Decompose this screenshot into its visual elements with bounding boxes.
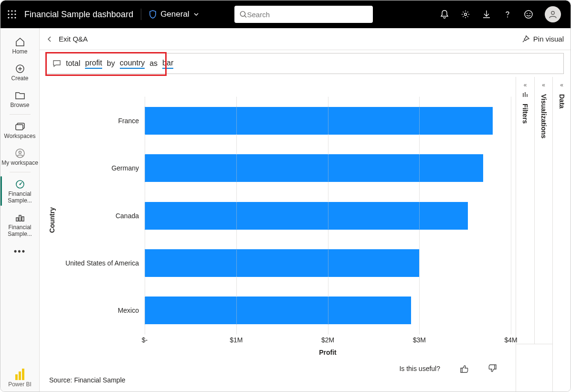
- x-tick-label: $2M: [321, 336, 334, 344]
- back-button[interactable]: [46, 36, 53, 42]
- nav-browse[interactable]: Browse: [0, 85, 39, 112]
- y-axis-label: Country: [48, 207, 56, 233]
- x-axis-label: Profit: [145, 347, 511, 357]
- settings-button[interactable]: [461, 10, 470, 19]
- svg-point-15: [529, 13, 530, 14]
- sensitivity-label: General: [160, 10, 189, 19]
- qna-token: total: [66, 59, 80, 68]
- feedback-button[interactable]: [524, 10, 533, 19]
- app-launcher-button[interactable]: [6, 9, 18, 20]
- global-search[interactable]: [234, 6, 373, 23]
- nav-financial-report[interactable]: Financial Sample...: [0, 208, 39, 241]
- chevron-collapse-icon: «: [560, 82, 563, 88]
- chevron-left-icon: [46, 36, 53, 42]
- visualizations-label: Visualizations: [540, 92, 548, 138]
- svg-rect-24: [16, 218, 18, 221]
- svg-rect-27: [523, 93, 524, 97]
- nav-item-label: Financial Sample...: [0, 191, 39, 204]
- home-icon: [15, 37, 25, 47]
- svg-point-16: [551, 11, 554, 14]
- left-nav: Home Create Browse Workspaces My workspa…: [0, 28, 40, 392]
- x-tick-label: $4M: [504, 336, 517, 344]
- person-icon: [548, 10, 558, 19]
- filter-mini-icon: [522, 92, 528, 98]
- svg-point-13: [525, 11, 532, 18]
- waffle-icon: [8, 10, 16, 19]
- category-label: France: [59, 97, 145, 144]
- svg-point-11: [465, 13, 467, 16]
- sensitivity-dropdown[interactable]: General: [149, 10, 199, 19]
- thumbs-down-button[interactable]: [488, 364, 497, 373]
- category-label: Canada: [59, 192, 145, 239]
- main-content: Exit Q&A Pin visual total profit by coun…: [40, 28, 571, 392]
- gridline: [419, 97, 420, 334]
- qna-token: bar: [162, 59, 173, 69]
- qna-input[interactable]: total profit by country as bar: [46, 53, 564, 74]
- search-input[interactable]: [247, 11, 368, 19]
- question-icon: [503, 10, 512, 19]
- bar[interactable]: [145, 249, 419, 277]
- qna-token: profit: [85, 59, 102, 69]
- bar[interactable]: [145, 107, 493, 135]
- category-label: Mexico: [59, 287, 145, 334]
- svg-point-23: [19, 184, 21, 185]
- nav-home[interactable]: Home: [0, 32, 39, 59]
- notifications-button[interactable]: [440, 10, 449, 19]
- nav-browse-label: Browse: [0, 102, 39, 108]
- x-tick-label: $-: [142, 336, 148, 344]
- svg-point-8: [14, 17, 16, 18]
- visual-canvas: Country FranceGermanyCanadaUnited States…: [40, 77, 516, 392]
- app-topbar: Financial Sample dashboard General: [0, 0, 571, 28]
- thumbs-up-icon: [459, 364, 469, 373]
- exit-qna-link[interactable]: Exit Q&A: [59, 35, 88, 43]
- nav-my-workspace[interactable]: My workspace: [0, 143, 39, 170]
- svg-point-0: [8, 10, 9, 11]
- shield-icon: [149, 10, 157, 19]
- dashboard-title: Financial Sample dashboard: [24, 10, 133, 20]
- svg-point-7: [11, 17, 12, 18]
- bar[interactable]: [145, 297, 411, 324]
- nav-financial-dashboard[interactable]: Financial Sample...: [0, 174, 39, 208]
- nav-home-label: Home: [0, 48, 39, 55]
- svg-point-2: [14, 10, 16, 11]
- qna-token: by: [107, 59, 115, 68]
- account-button[interactable]: [545, 6, 561, 22]
- svg-point-14: [527, 13, 528, 14]
- visualizations-pane[interactable]: « Visualizations: [534, 77, 552, 344]
- data-pane[interactable]: « Data: [552, 77, 571, 392]
- gridline: [145, 97, 145, 334]
- nav-more[interactable]: •••: [0, 241, 39, 261]
- bar[interactable]: [145, 154, 483, 182]
- help-button[interactable]: [503, 10, 512, 19]
- ellipsis-icon: •••: [0, 245, 39, 257]
- svg-point-12: [507, 17, 508, 18]
- annotation-highlight-box: [45, 52, 167, 76]
- qna-token: as: [149, 59, 158, 68]
- divider: [141, 9, 141, 20]
- powerbi-brand[interactable]: Power BI: [8, 368, 32, 388]
- download-icon: [482, 10, 491, 19]
- x-tick-label: $3M: [413, 336, 426, 344]
- svg-rect-29: [527, 94, 528, 97]
- nav-item-label: Financial Sample...: [0, 224, 39, 237]
- filters-pane[interactable]: « Filters: [516, 77, 534, 344]
- qna-token: country: [120, 59, 145, 69]
- pin-icon: [522, 35, 529, 43]
- gauge-icon: [15, 179, 25, 190]
- thumbs-up-button[interactable]: [459, 364, 469, 373]
- divider: [10, 114, 31, 115]
- nav-workspaces[interactable]: Workspaces: [0, 117, 39, 143]
- svg-rect-19: [16, 125, 23, 130]
- sub-header: Exit Q&A Pin visual: [40, 28, 571, 50]
- svg-point-21: [19, 151, 21, 154]
- download-button[interactable]: [482, 10, 491, 19]
- svg-point-1: [11, 10, 12, 11]
- nav-create[interactable]: Create: [0, 59, 39, 85]
- data-label: Data: [558, 92, 566, 108]
- pin-visual-button[interactable]: Pin visual: [522, 35, 564, 43]
- category-label: United States of America: [59, 239, 145, 286]
- chevron-down-icon: [193, 11, 199, 17]
- powerbi-label: Power BI: [8, 381, 32, 388]
- folder-icon: [15, 91, 25, 100]
- divider: [10, 172, 31, 172]
